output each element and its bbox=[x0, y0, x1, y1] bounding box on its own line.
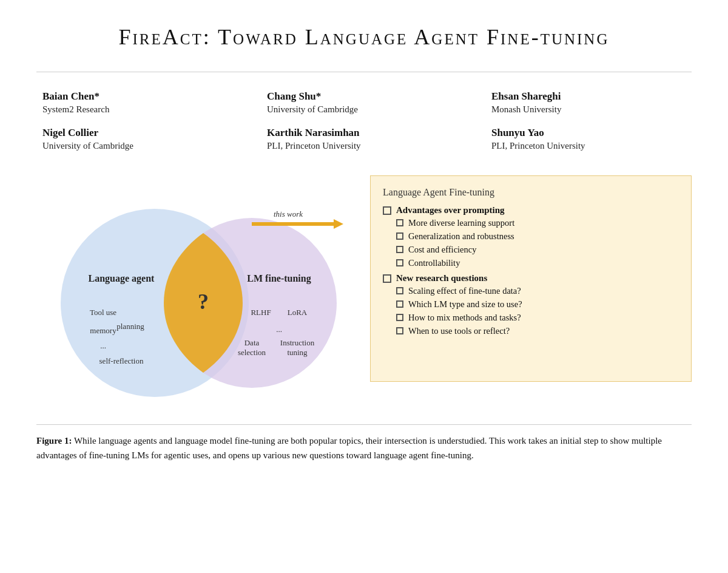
section-header-2: New research questions bbox=[383, 273, 679, 283]
caption-text: While language agents and language model… bbox=[36, 436, 662, 460]
author-affil-6: PLI, Princeton University bbox=[491, 141, 686, 151]
svg-text:Tool use: Tool use bbox=[90, 308, 116, 317]
svg-text:tuning: tuning bbox=[287, 348, 308, 357]
author-affil-4: University of Cambridge bbox=[42, 141, 237, 151]
author-cell-1: Baian Chen* System2 Research bbox=[36, 90, 243, 115]
list-item: When to use tools or reflect? bbox=[383, 326, 679, 336]
checkbox-header-1 bbox=[383, 206, 391, 215]
figure-caption: Figure 1: While language agents and lang… bbox=[36, 424, 692, 463]
svg-text:?: ? bbox=[198, 290, 209, 314]
svg-text:...: ... bbox=[276, 325, 282, 334]
svg-text:memory: memory bbox=[90, 326, 116, 335]
author-name-5: Karthik Narasimhan bbox=[267, 127, 461, 139]
author-name-4: Nigel Collier bbox=[42, 127, 237, 139]
list-item: Scaling effect of fine-tune data? bbox=[383, 286, 679, 296]
svg-text:Data: Data bbox=[244, 338, 260, 347]
venn-diagram: Language agent Tool use memory planning … bbox=[36, 175, 352, 406]
title-divider bbox=[36, 72, 692, 72]
checkbox-sub bbox=[396, 232, 403, 240]
list-item: More diverse learning support bbox=[383, 218, 679, 228]
author-cell-6: Shunyu Yao PLI, Princeton University bbox=[485, 127, 692, 151]
checkbox-sub bbox=[396, 219, 403, 226]
author-name-1: Baian Chen* bbox=[42, 90, 237, 103]
svg-marker-18 bbox=[334, 219, 343, 229]
list-item: Controllability bbox=[383, 258, 679, 268]
checkbox-sub bbox=[396, 259, 403, 266]
svg-text:RLHF: RLHF bbox=[251, 308, 271, 317]
checkbox-sub bbox=[396, 287, 403, 294]
list-item: Generalization and robustness bbox=[383, 231, 679, 242]
checkbox-sub bbox=[396, 300, 403, 308]
svg-text:...: ... bbox=[100, 341, 106, 350]
author-affil-2: University of Cambridge bbox=[267, 104, 461, 115]
svg-text:Language agent: Language agent bbox=[89, 273, 155, 284]
svg-text:Instruction: Instruction bbox=[280, 338, 315, 347]
checkbox-sub bbox=[396, 246, 403, 253]
author-affil-5: PLI, Princeton University bbox=[267, 141, 461, 151]
section-header-1: Advantages over prompting bbox=[383, 205, 679, 215]
svg-text:LoRA: LoRA bbox=[288, 308, 308, 317]
author-affil-1: System2 Research bbox=[42, 104, 237, 115]
figure-label: Figure 1: bbox=[36, 436, 72, 446]
author-cell-4: Nigel Collier University of Cambridge bbox=[36, 127, 243, 151]
panel-title: Language Agent Fine-tuning bbox=[383, 187, 679, 198]
checklist: Advantages over prompting More diverse l… bbox=[383, 205, 679, 336]
diagram-section: Language agent Tool use memory planning … bbox=[36, 175, 692, 406]
list-item: How to mix methods and tasks? bbox=[383, 313, 679, 323]
page-title: FireAct: Toward Language Agent Fine-tuni… bbox=[36, 24, 692, 50]
svg-text:selection: selection bbox=[238, 348, 266, 357]
list-item: Which LM type and size to use? bbox=[383, 299, 679, 310]
author-cell-5: Karthik Narasimhan PLI, Princeton Univer… bbox=[261, 127, 467, 151]
svg-text:this work: this work bbox=[274, 209, 303, 219]
author-name-3: Ehsan Shareghi bbox=[491, 90, 686, 103]
checkbox-sub bbox=[396, 327, 403, 334]
author-name-2: Chang Shu* bbox=[267, 90, 461, 103]
right-panel: Language Agent Fine-tuning Advantages ov… bbox=[370, 175, 692, 382]
author-name-6: Shunyu Yao bbox=[491, 127, 686, 139]
author-cell-3: Ehsan Shareghi Monash University bbox=[485, 90, 692, 115]
checkbox-sub bbox=[396, 314, 403, 321]
author-cell-2: Chang Shu* University of Cambridge bbox=[261, 90, 467, 115]
list-item: Cost and efficiency bbox=[383, 245, 679, 255]
svg-text:planning: planning bbox=[116, 322, 144, 331]
checkbox-header-2 bbox=[383, 274, 391, 283]
svg-text:LM fine-tuning: LM fine-tuning bbox=[247, 273, 311, 284]
author-affil-3: Monash University bbox=[491, 104, 686, 115]
authors-section: Baian Chen* System2 Research Chang Shu* … bbox=[36, 90, 692, 151]
svg-text:self-reflection: self-reflection bbox=[99, 356, 144, 365]
